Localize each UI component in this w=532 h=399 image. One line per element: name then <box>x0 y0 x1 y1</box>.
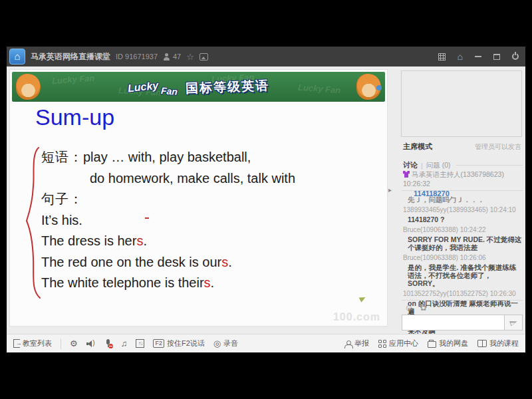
titlebar: 马承英语网络直播课堂 ID 91671937 47 <box>7 47 525 66</box>
close-button[interactable] <box>512 53 519 60</box>
app-grid-icon <box>378 340 386 348</box>
logo-lucky: Lucky <box>127 79 159 94</box>
maximize-button[interactable] <box>493 54 500 60</box>
series-title: 国标等级英语 <box>186 76 270 96</box>
chat-message-time: 10:26:06 <box>460 254 486 261</box>
sentence-2: The dress is hers. <box>41 231 295 252</box>
music-note-icon[interactable] <box>121 338 128 348</box>
chat-message-author: 1013522752yy(1013522752) <box>403 290 488 297</box>
slide-body-text: 短语：play … with, play basketball, do home… <box>41 147 295 294</box>
chat-message-text: 11418270 ? <box>403 215 522 223</box>
bottom-toolbar: 教室列表 ) F2 按住F2说话 录音 举报 应用中心 我的 <box>7 334 525 352</box>
sentences-label: 句子： <box>41 189 295 210</box>
chat-message-author: Bruce(109063388) <box>403 254 458 261</box>
main-area: Lucky Fan Lucky Fan Lucky Fan Lucky Fan … <box>7 66 525 334</box>
phrases-line-1: 短语：play … with, play basketball, <box>41 147 295 168</box>
window-controls <box>438 51 519 62</box>
favorite-star-icon[interactable] <box>186 52 194 62</box>
audio-mixer-icon[interactable] <box>136 339 144 348</box>
menu-grid-icon[interactable] <box>438 53 446 61</box>
chat-message-author: Bruce(109063388) <box>403 226 458 233</box>
chat-message-time: 10:26:30 <box>490 290 516 297</box>
pointer-cursor-icon <box>359 295 367 302</box>
chat-tools <box>404 303 427 313</box>
speaker-volume-icon[interactable]: ) <box>86 340 96 348</box>
home-icon[interactable] <box>458 51 463 62</box>
panel-collapse-handle[interactable] <box>388 186 392 194</box>
toolbar-right-group: 举报 应用中心 我的网盘 我的课程 <box>344 338 519 348</box>
push-to-talk-button[interactable]: F2 按住F2说话 <box>153 338 204 348</box>
app-window: 马承英语网络直播课堂 ID 91671937 47 Lucky Fan Luck… <box>7 47 525 352</box>
flower-sticker-icon[interactable] <box>420 303 427 313</box>
sentence-4: The white telephone is theirs. <box>41 273 295 294</box>
lesson-slide: Lucky Fan Lucky Fan Lucky Fan Lucky Fan … <box>10 70 387 326</box>
logo-fan: Fan <box>161 85 178 97</box>
report-button[interactable]: 举报 <box>344 338 369 348</box>
chat-tabs: 讨论 | 问题 (0) <box>403 160 523 170</box>
host-vest-icon <box>403 171 410 178</box>
slide-banner: Lucky Fan Lucky Fan Lucky Fan Lucky Fan … <box>12 72 385 102</box>
screenshot-icon[interactable] <box>200 53 208 61</box>
app-logo-icon[interactable] <box>9 49 25 65</box>
my-courses-button[interactable]: 我的课程 <box>477 338 519 348</box>
highlight-s: s <box>136 233 143 248</box>
chat-message-text: 先Ｊ，问题吗勹Ｊ．．． <box>403 196 522 203</box>
host-name: 马承英语主持人(1336798623) <box>412 170 504 178</box>
chat-message: Bruce(109063388) 10:24:22 SORRY FOR MY R… <box>403 226 522 251</box>
red-pen-mark <box>145 217 149 219</box>
chat-message-author: 1389933465yy(1389933465) <box>403 206 488 213</box>
mode-hint: 管理员可以发言 <box>475 142 521 152</box>
f2-key-icon: F2 <box>153 339 164 348</box>
viewer-count: 47 <box>173 53 181 61</box>
chat-message-text: SORRY FOR MY RUDE. 不过觉得这个课挺好的，我语法差 <box>403 235 522 251</box>
viewers-icon <box>163 53 170 61</box>
slide-heading: Sum-up <box>35 104 114 130</box>
send-plane-icon <box>509 319 518 326</box>
slide-watermark: 100.com <box>333 311 380 323</box>
chat-message-text: 是的，我是学生. 准备找个频道练练语法，不打扰各位老师了，SORRY。 <box>403 263 522 287</box>
record-button[interactable]: 录音 <box>213 338 238 348</box>
report-person-icon <box>344 340 352 348</box>
right-panel: 主席模式 管理员可以发言 讨论 | 问题 (0) 马承英语主持人(1336798… <box>398 66 525 334</box>
chat-message: 1389933465yy(1389933465) 10:24:10 114182… <box>403 206 522 223</box>
chat-input-row <box>402 315 523 331</box>
open-book-icon <box>477 340 487 347</box>
cartoon-boy-avatar <box>356 74 381 100</box>
tab-questions[interactable]: 问题 (0) <box>426 161 451 170</box>
settings-gear-icon[interactable] <box>70 338 78 348</box>
channel-id: ID 91671937 <box>116 53 158 61</box>
send-button[interactable] <box>504 315 523 331</box>
highlight-s: s <box>204 275 211 290</box>
chat-message: Bruce(109063388) 10:26:06 是的，我是学生. 准备找个频… <box>403 254 522 287</box>
chat-message-time: 10:24:22 <box>460 226 486 233</box>
banner-logo: Lucky Fan 国标等级英语 <box>12 72 385 102</box>
mode-row: 主席模式 管理员可以发言 <box>403 142 521 152</box>
chat-message-time: 10:24:10 <box>490 206 516 213</box>
host-time: 10:26:32 <box>403 180 430 188</box>
microphone-muted-icon[interactable] <box>104 339 112 348</box>
sentence-3: The red one on the desk is ours. <box>41 252 295 273</box>
net-disk-button[interactable]: 我的网盘 <box>428 338 468 348</box>
minimize-button[interactable] <box>475 56 481 57</box>
webcam-video <box>401 70 522 137</box>
mode-label: 主席模式 <box>403 142 432 152</box>
cartoon-girl-avatar <box>16 74 41 100</box>
app-center-button[interactable]: 应用中心 <box>378 338 418 348</box>
chat-message: 先Ｊ，问题吗勹Ｊ．．． <box>403 196 522 203</box>
door-exit-icon <box>13 339 20 348</box>
highlight-s: s <box>221 255 228 269</box>
phrases-label: 短语： <box>41 150 83 164</box>
classroom-list-button[interactable]: 教室列表 <box>13 338 52 348</box>
phrases-line-2: do homework, make calls, talk with <box>41 168 295 190</box>
emoticon-icon[interactable] <box>404 303 413 313</box>
folder-icon <box>428 341 436 348</box>
record-icon <box>213 338 221 348</box>
chat-input[interactable] <box>402 315 504 331</box>
sentence-1: It’s his. <box>41 210 295 231</box>
app-title: 马承英语网络直播课堂 <box>31 51 110 63</box>
pinned-host-message: 马承英语主持人(1336798623) 10:26:32 114118270 <box>403 170 523 198</box>
tab-discussion[interactable]: 讨论 <box>403 160 418 170</box>
